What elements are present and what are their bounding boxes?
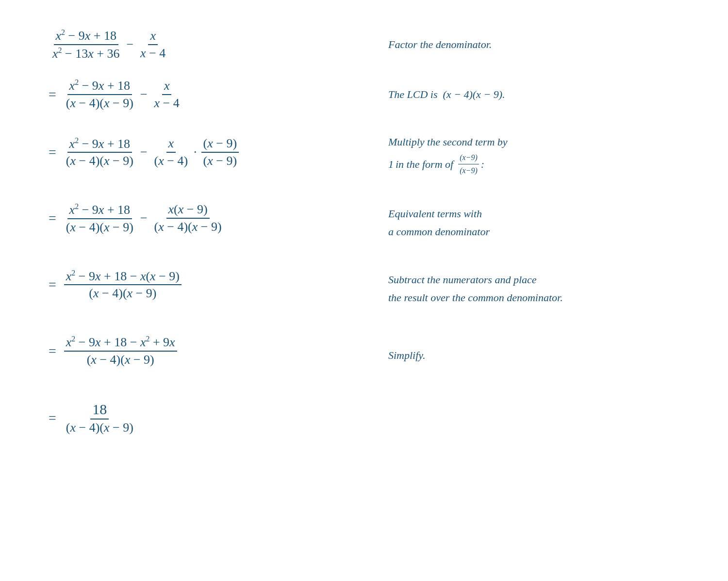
note-text-3b: 1 in the form of (x−9) (x−9) : xyxy=(388,152,484,177)
expression-2: = x2 − 9x + 18 (x − 4)(x − 9) − x x − 4 xyxy=(49,78,183,111)
math-row-5: = x2 − 9x + 18 − x(x − 9) (x − 4)(x − 9) xyxy=(29,252,359,318)
math-row-3: = x2 − 9x + 18 (x − 4)(x − 9) − x (x − 4… xyxy=(29,119,359,185)
note-text-3a: Multiply the second term by xyxy=(388,134,508,150)
note-row-5: Subtract the numerators and place the re… xyxy=(359,252,699,318)
note-text-4b: a common denominator xyxy=(388,224,490,240)
expression-6: = x2 − 9x + 18 − x2 + 9x (x − 4)(x − 9) xyxy=(49,335,179,367)
expression-3: = x2 − 9x + 18 (x − 4)(x − 9) − x (x − 4… xyxy=(49,136,241,169)
note-text-2: The LCD is (x − 4)(x − 9). xyxy=(388,86,505,102)
note-row-7 xyxy=(359,384,699,452)
math-row-4: = x2 − 9x + 18 (x − 4)(x − 9) − x(x − 9)… xyxy=(29,185,359,252)
main-content: x2 − 9x + 18 x2 − 13x + 36 − x x − 4 Fac… xyxy=(29,19,699,452)
note-row-6: Simplify. xyxy=(359,318,699,384)
expression-5: = x2 − 9x + 18 − x(x − 9) (x − 4)(x − 9) xyxy=(49,269,183,301)
note-row-4: Equivalent terms with a common denominat… xyxy=(359,185,699,252)
math-row-7: = 18 (x − 4)(x − 9) xyxy=(29,384,359,452)
note-text-5a: Subtract the numerators and place xyxy=(388,272,537,288)
note-row-1: Factor the denominator. xyxy=(359,19,699,69)
note-text-4a: Equivalent terms with xyxy=(388,206,482,222)
math-row-2: = x2 − 9x + 18 (x − 4)(x − 9) − x x − 4 xyxy=(29,69,359,119)
note-row-2: The LCD is (x − 4)(x − 9). xyxy=(359,69,699,119)
expression-7: = 18 (x − 4)(x − 9) xyxy=(49,401,137,435)
note-row-3: Multiply the second term by 1 in the for… xyxy=(359,119,699,185)
note-text-5b: the result over the common denominator. xyxy=(388,290,563,306)
expression-4: = x2 − 9x + 18 (x − 4)(x − 9) − x(x − 9)… xyxy=(49,202,226,235)
expression-1: x2 − 9x + 18 x2 − 13x + 36 − x x − 4 xyxy=(49,28,169,61)
math-row-1: x2 − 9x + 18 x2 − 13x + 36 − x x − 4 xyxy=(29,19,359,69)
math-row-6: = x2 − 9x + 18 − x2 + 9x (x − 4)(x − 9) xyxy=(29,318,359,384)
note-text-1: Factor the denominator. xyxy=(388,36,492,52)
note-text-6: Simplify. xyxy=(388,347,425,363)
